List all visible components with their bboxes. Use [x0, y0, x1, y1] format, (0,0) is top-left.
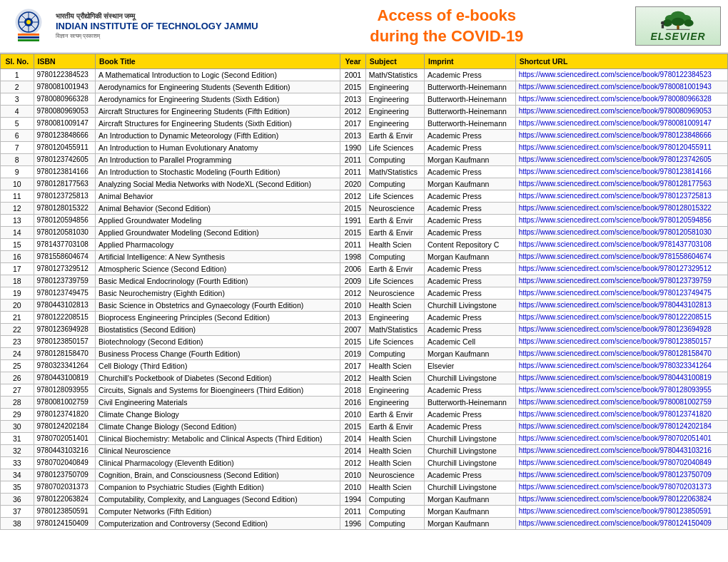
cell-title: Climate Change Biology (Second Edition) [96, 421, 340, 433]
cell-url[interactable]: https://www.sciencedirect.com/science/bo… [515, 118, 727, 130]
cell-url[interactable]: https://www.sciencedirect.com/science/bo… [515, 166, 727, 178]
cell-title: Aircraft Structures for Engineering Stud… [96, 118, 340, 130]
cell-title: Business Process Change (Fourth Edition) [96, 348, 340, 360]
table-row: 3 9780080966328 Aerodynamics for Enginee… [1, 93, 728, 106]
cell-year: 2010 [340, 300, 365, 312]
cell-url[interactable]: https://www.sciencedirect.com/science/bo… [515, 312, 727, 324]
table-row: 36 9780122063824 Computability, Complexi… [1, 494, 728, 506]
col-isbn: ISBN [34, 54, 96, 69]
cell-url[interactable]: https://www.sciencedirect.com/science/bo… [515, 384, 727, 397]
cell-year: 1996 [340, 518, 365, 530]
cell-isbn: 9780128093955 [34, 384, 96, 397]
cell-url[interactable]: https://www.sciencedirect.com/science/bo… [515, 142, 727, 154]
svg-rect-9 [18, 36, 39, 39]
cell-url[interactable]: https://www.sciencedirect.com/science/bo… [515, 287, 727, 300]
cell-isbn: 9780080969053 [34, 106, 96, 118]
cell-subject: Health Scien [365, 360, 424, 372]
cell-url[interactable]: https://www.sciencedirect.com/science/bo… [515, 81, 727, 93]
cell-year: 2012 [340, 190, 365, 203]
col-slno: Sl. No. [1, 54, 34, 69]
cell-slno: 36 [1, 494, 34, 506]
cell-url[interactable]: https://www.sciencedirect.com/science/bo… [515, 469, 727, 481]
table-row: 12 9780128015322 Animal Behavior (Second… [1, 203, 728, 215]
page-header: भारतीय प्रौद्योगिकी संस्थान जम्मू INDIAN… [0, 0, 728, 53]
cell-url[interactable]: https://www.sciencedirect.com/science/bo… [515, 190, 727, 203]
cell-url[interactable]: https://www.sciencedirect.com/science/bo… [515, 506, 727, 518]
cell-url[interactable]: https://www.sciencedirect.com/science/bo… [515, 397, 727, 409]
cell-url[interactable]: https://www.sciencedirect.com/science/bo… [515, 360, 727, 372]
cell-imprint: Academic Cell [424, 336, 515, 348]
cell-url[interactable]: https://www.sciencedirect.com/science/bo… [515, 336, 727, 348]
cell-imprint: Academic Press [424, 227, 515, 239]
cell-subject: Engineering [365, 81, 424, 93]
cell-imprint: Academic Press [424, 421, 515, 433]
cell-isbn: 9780123694928 [34, 324, 96, 336]
cell-slno: 24 [1, 348, 34, 360]
cell-imprint: Morgan Kaufmann [424, 494, 515, 506]
cell-url[interactable]: https://www.sciencedirect.com/science/bo… [515, 481, 727, 494]
cell-isbn: 9780124202184 [34, 421, 96, 433]
cell-url[interactable]: https://www.sciencedirect.com/science/bo… [515, 69, 727, 81]
cell-url[interactable]: https://www.sciencedirect.com/science/bo… [515, 409, 727, 421]
table-row: 19 9780123749475 Basic Neurochemistry (E… [1, 287, 728, 300]
cell-year: 2014 [340, 433, 365, 445]
cell-year: 2013 [340, 130, 365, 142]
cell-title: Biotechnology (Second Edition) [96, 336, 340, 348]
cell-slno: 38 [1, 518, 34, 530]
cell-url[interactable]: https://www.sciencedirect.com/science/bo… [515, 324, 727, 336]
cell-year: 2015 [340, 421, 365, 433]
cell-url[interactable]: https://www.sciencedirect.com/science/bo… [515, 421, 727, 433]
cell-url[interactable]: https://www.sciencedirect.com/science/bo… [515, 203, 727, 215]
cell-slno: 3 [1, 93, 34, 106]
cell-imprint: Academic Press [424, 275, 515, 287]
cell-url[interactable]: https://www.sciencedirect.com/science/bo… [515, 215, 727, 227]
table-row: 33 9780702040849 Clinical Pharmacology (… [1, 457, 728, 469]
cell-url[interactable]: https://www.sciencedirect.com/science/bo… [515, 154, 727, 166]
cell-title: Applied Groundwater Modeling (Second Edi… [96, 227, 340, 239]
cell-url[interactable]: https://www.sciencedirect.com/science/bo… [515, 106, 727, 118]
cell-url[interactable]: https://www.sciencedirect.com/science/bo… [515, 251, 727, 263]
cell-url[interactable]: https://www.sciencedirect.com/science/bo… [515, 445, 727, 457]
cell-url[interactable]: https://www.sciencedirect.com/science/bo… [515, 93, 727, 106]
cell-url[interactable]: https://www.sciencedirect.com/science/bo… [515, 518, 727, 530]
table-row: 11 9780123725813 Animal Behavior 2012 Li… [1, 190, 728, 203]
cell-year: 2006 [340, 263, 365, 275]
col-title: Book Title [96, 54, 340, 69]
cell-subject: Health Scien [365, 457, 424, 469]
cell-slno: 20 [1, 300, 34, 312]
cell-year: 2016 [340, 397, 365, 409]
cell-isbn: 9780443100819 [34, 372, 96, 384]
cell-year: 2012 [340, 106, 365, 118]
table-row: 25 9780323341264 Cell Biology (Third Edi… [1, 360, 728, 372]
cell-title: A Mathematical Introduction to Logic (Se… [96, 69, 340, 81]
cell-url[interactable]: https://www.sciencedirect.com/science/bo… [515, 227, 727, 239]
cell-url[interactable]: https://www.sciencedirect.com/science/bo… [515, 372, 727, 384]
cell-imprint: Churchill Livingstone [424, 372, 515, 384]
cell-isbn: 9780122063824 [34, 494, 96, 506]
cell-title: Computerization and Controversy (Second … [96, 518, 340, 530]
cell-url[interactable]: https://www.sciencedirect.com/science/bo… [515, 457, 727, 469]
cell-url[interactable]: https://www.sciencedirect.com/science/bo… [515, 178, 727, 190]
cell-imprint: Butterworth-Heinemann [424, 81, 515, 93]
cell-subject: Engineering [365, 93, 424, 106]
cell-url[interactable]: https://www.sciencedirect.com/science/bo… [515, 130, 727, 142]
cell-url[interactable]: https://www.sciencedirect.com/science/bo… [515, 494, 727, 506]
table-row: 15 9781437703108 Applied Pharmacology 20… [1, 239, 728, 251]
cell-slno: 33 [1, 457, 34, 469]
cell-url[interactable]: https://www.sciencedirect.com/science/bo… [515, 275, 727, 287]
cell-year: 2011 [340, 506, 365, 518]
cell-imprint: Academic Press [424, 384, 515, 397]
cell-slno: 8 [1, 154, 34, 166]
cell-imprint: Academic Press [424, 69, 515, 81]
cell-url[interactable]: https://www.sciencedirect.com/science/bo… [515, 300, 727, 312]
cell-year: 2013 [340, 312, 365, 324]
cell-subject: Computing [365, 506, 424, 518]
cell-isbn: 9780122208515 [34, 312, 96, 324]
cell-url[interactable]: https://www.sciencedirect.com/science/bo… [515, 263, 727, 275]
cell-url[interactable]: https://www.sciencedirect.com/science/bo… [515, 348, 727, 360]
cell-url[interactable]: https://www.sciencedirect.com/science/bo… [515, 433, 727, 445]
cell-subject: Neuroscience [365, 203, 424, 215]
cell-slno: 28 [1, 397, 34, 409]
cell-subject: Earth & Envir [365, 421, 424, 433]
cell-url[interactable]: https://www.sciencedirect.com/science/bo… [515, 239, 727, 251]
